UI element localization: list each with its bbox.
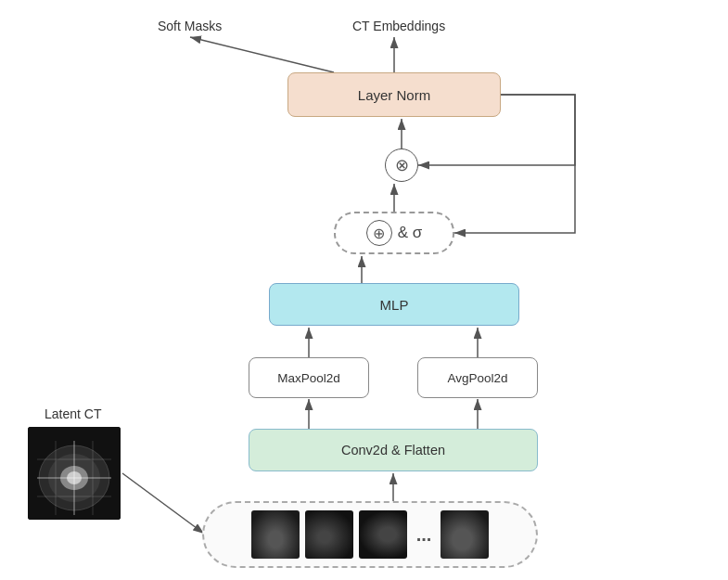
multiply-circle: ⊗ xyxy=(385,148,418,182)
dots-label: ... xyxy=(416,524,432,546)
svg-line-2 xyxy=(190,37,334,72)
image-thumb-4 xyxy=(441,510,489,559)
conv-flatten-label: Conv2d & Flatten xyxy=(341,443,445,458)
latent-ct-label: Latent CT xyxy=(45,406,101,421)
layer-norm-box: Layer Norm xyxy=(287,72,501,117)
conv-flatten-box: Conv2d & Flatten xyxy=(249,429,538,471)
maxpool-box: MaxPool2d xyxy=(249,357,369,398)
diagram-container: Soft Masks CT Embeddings Layer Norm ⊗ ⊕ … xyxy=(0,0,728,580)
image-strip: ... xyxy=(202,501,538,568)
avgpool-label: AvgPool2d xyxy=(447,371,507,385)
add-sigma-box: ⊕ & σ xyxy=(334,212,454,254)
image-thumb-2 xyxy=(305,510,353,559)
soft-masks-label: Soft Masks xyxy=(158,19,222,33)
svg-line-12 xyxy=(122,473,204,534)
mlp-box: MLP xyxy=(269,283,519,326)
add-circle: ⊕ xyxy=(366,220,392,246)
latent-ct-svg xyxy=(28,427,121,520)
image-thumb-3 xyxy=(359,510,407,559)
latent-ct-image xyxy=(28,427,121,520)
ct-embeddings-label: CT Embeddings xyxy=(352,19,445,33)
add-symbol: ⊕ xyxy=(373,225,385,242)
layer-norm-label: Layer Norm xyxy=(358,87,430,103)
mlp-label: MLP xyxy=(380,297,409,313)
maxpool-label: MaxPool2d xyxy=(277,371,340,385)
image-thumb-1 xyxy=(251,510,300,559)
avgpool-box: AvgPool2d xyxy=(417,357,538,398)
amp-sigma-label: & σ xyxy=(398,224,423,242)
multiply-symbol: ⊗ xyxy=(395,155,409,175)
